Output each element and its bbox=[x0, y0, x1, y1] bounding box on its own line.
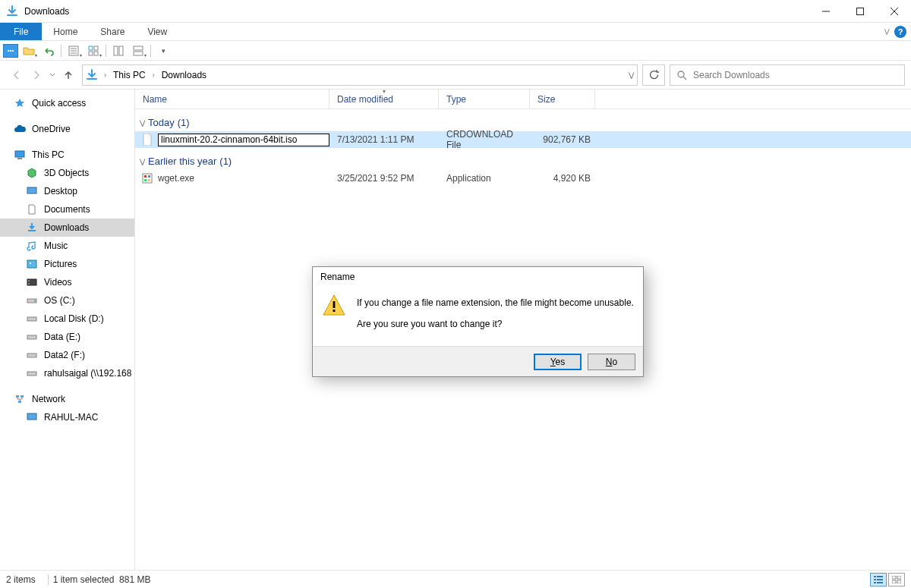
group-earlier[interactable]: ⋁ Earlier this year (1) bbox=[135, 153, 911, 170]
nav-row: › This PC › Downloads ⋁ Search Downloads bbox=[0, 61, 911, 90]
maximize-button[interactable] bbox=[843, 0, 877, 23]
sidebar-drive-e[interactable]: Data (E:) bbox=[0, 328, 134, 346]
sidebar-desktop[interactable]: Desktop bbox=[0, 182, 134, 200]
column-name[interactable]: Name bbox=[135, 90, 329, 108]
file-type: CRDOWNLOAD File bbox=[439, 129, 530, 150]
column-date[interactable]: ▾Date modified bbox=[329, 90, 439, 108]
cube-icon bbox=[26, 167, 38, 179]
svg-rect-9 bbox=[134, 52, 143, 55]
drive-icon bbox=[26, 294, 38, 307]
close-button[interactable] bbox=[877, 0, 911, 23]
svg-rect-43 bbox=[897, 580, 901, 583]
yes-button[interactable]: Yes bbox=[534, 354, 582, 370]
svg-rect-25 bbox=[16, 395, 19, 398]
column-size[interactable]: Size bbox=[530, 90, 595, 108]
status-sel-size: 881 MB bbox=[119, 574, 150, 585]
star-icon bbox=[14, 97, 26, 109]
layout-icon[interactable] bbox=[109, 42, 128, 59]
sidebar-network-pc[interactable]: RAHUL-MAC bbox=[0, 408, 134, 426]
tab-home[interactable]: Home bbox=[42, 23, 89, 40]
svg-rect-12 bbox=[17, 158, 22, 159]
layout2-icon[interactable]: ▾ bbox=[129, 42, 147, 59]
chevron-right-icon[interactable]: › bbox=[151, 71, 156, 79]
svg-rect-38 bbox=[874, 582, 876, 583]
svg-rect-36 bbox=[874, 579, 876, 580]
svg-rect-18 bbox=[28, 283, 30, 285]
sidebar-pictures[interactable]: Pictures bbox=[0, 255, 134, 273]
svg-point-20 bbox=[34, 300, 36, 302]
status-item-count: 2 items bbox=[6, 574, 36, 585]
file-size: 4,920 KB bbox=[530, 173, 595, 184]
rename-dialog: Rename If you change a file name extensi… bbox=[312, 266, 644, 377]
sidebar-network-drive[interactable]: rahulsaigal (\\192.168 bbox=[0, 364, 134, 382]
address-dropdown-icon[interactable]: ⋁ bbox=[629, 71, 634, 79]
sidebar-downloads[interactable]: Downloads bbox=[0, 219, 134, 237]
ribbon-expand-icon[interactable]: ⋁ bbox=[884, 28, 890, 35]
file-icon bbox=[141, 134, 153, 146]
status-bar: 2 items 1 item selected 881 MB bbox=[0, 570, 911, 588]
address-bar[interactable]: › This PC › Downloads ⋁ bbox=[82, 64, 638, 86]
svg-point-10 bbox=[678, 71, 684, 77]
svg-rect-24 bbox=[27, 372, 36, 376]
sidebar-3d-objects[interactable]: 3D Objects bbox=[0, 164, 134, 182]
forward-button[interactable] bbox=[27, 66, 46, 84]
file-row[interactable]: 7/13/2021 1:11 PM CRDOWNLOAD File 902,76… bbox=[135, 131, 911, 148]
chevron-right-icon[interactable]: › bbox=[102, 71, 108, 79]
svg-rect-8 bbox=[134, 46, 143, 50]
no-button[interactable]: No bbox=[588, 354, 635, 370]
sidebar-network[interactable]: Network bbox=[0, 390, 134, 408]
sidebar-quick-access[interactable]: Quick access bbox=[0, 94, 134, 112]
sidebar-onedrive[interactable]: OneDrive bbox=[0, 120, 134, 138]
properties-button[interactable]: ▾ bbox=[65, 42, 83, 59]
sidebar-drive-d[interactable]: Local Disk (D:) bbox=[0, 310, 134, 328]
svg-rect-45 bbox=[333, 310, 336, 312]
sort-desc-icon: ▾ bbox=[383, 90, 386, 95]
titlebar: Downloads bbox=[0, 0, 911, 23]
tab-share[interactable]: Share bbox=[89, 23, 136, 40]
thumbnails-view-button[interactable] bbox=[888, 573, 905, 586]
svg-point-15 bbox=[30, 263, 31, 264]
details-view-button[interactable] bbox=[870, 573, 887, 586]
recent-dropdown-icon[interactable] bbox=[47, 66, 58, 84]
crumb-this-pc[interactable]: This PC bbox=[111, 70, 148, 80]
file-date: 3/25/2021 9:52 PM bbox=[329, 173, 439, 184]
drive-icon bbox=[26, 367, 38, 379]
column-type[interactable]: Type bbox=[439, 90, 530, 108]
search-input[interactable]: Search Downloads bbox=[670, 64, 905, 86]
undo-icon[interactable] bbox=[39, 42, 58, 59]
new-folder-icon[interactable]: ▾ bbox=[20, 42, 38, 59]
refresh-button[interactable] bbox=[642, 64, 665, 86]
downloads-icon bbox=[6, 5, 18, 17]
tab-view[interactable]: View bbox=[136, 23, 178, 40]
file-type: Application bbox=[439, 173, 530, 184]
qat-customize-icon[interactable]: ▾ bbox=[154, 42, 172, 59]
help-button[interactable]: ? bbox=[894, 26, 906, 38]
minimize-button[interactable] bbox=[809, 0, 843, 23]
sidebar-this-pc[interactable]: This PC bbox=[0, 146, 134, 164]
svg-rect-44 bbox=[333, 301, 336, 308]
svg-rect-34 bbox=[874, 576, 876, 577]
rename-input[interactable] bbox=[158, 134, 329, 146]
file-tab[interactable]: File bbox=[0, 23, 42, 40]
svg-rect-17 bbox=[28, 280, 30, 281]
svg-rect-5 bbox=[94, 52, 98, 55]
dialog-title: Rename bbox=[313, 267, 643, 287]
sidebar-drive-f[interactable]: Data2 (F:) bbox=[0, 346, 134, 364]
select-button[interactable]: ▾ bbox=[84, 42, 102, 59]
svg-rect-41 bbox=[897, 576, 901, 579]
svg-rect-26 bbox=[20, 395, 24, 398]
sidebar-documents[interactable]: Documents bbox=[0, 200, 134, 219]
up-button[interactable] bbox=[59, 66, 77, 84]
crumb-downloads[interactable]: Downloads bbox=[159, 70, 209, 80]
sidebar-drive-c[interactable]: OS (C:) bbox=[0, 291, 134, 310]
properties-icon[interactable]: ••• bbox=[3, 44, 18, 58]
sidebar-videos[interactable]: Videos bbox=[0, 273, 134, 291]
drive-icon bbox=[26, 331, 38, 343]
back-button[interactable] bbox=[8, 66, 26, 84]
sidebar-music[interactable]: Music bbox=[0, 237, 134, 255]
file-row[interactable]: wget.exe 3/25/2021 9:52 PM Application 4… bbox=[135, 170, 911, 187]
svg-rect-39 bbox=[877, 582, 883, 583]
cloud-icon bbox=[14, 123, 26, 135]
downloads-icon bbox=[86, 69, 98, 81]
nav-pane: Quick access OneDrive This PC 3D Objects… bbox=[0, 90, 135, 570]
